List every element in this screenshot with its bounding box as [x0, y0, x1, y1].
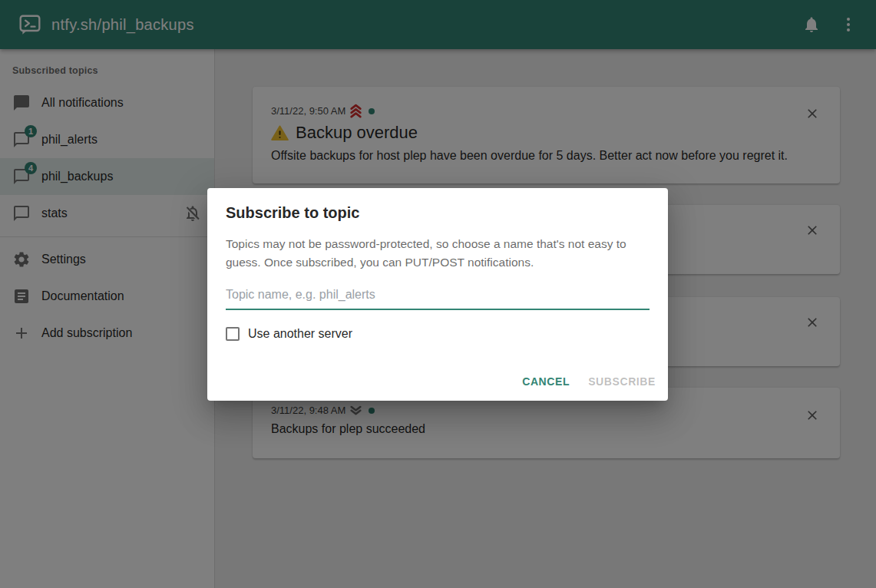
topic-name-input[interactable] — [226, 282, 650, 310]
use-another-server-option[interactable]: Use another server — [226, 327, 650, 341]
subscribe-dialog: Subscribe to topic Topics may not be pas… — [207, 188, 668, 401]
cancel-button[interactable]: CANCEL — [516, 368, 576, 395]
dialog-title: Subscribe to topic — [226, 204, 650, 222]
checkbox-label: Use another server — [248, 327, 352, 341]
subscribe-button[interactable]: SUBSCRIBE — [582, 368, 662, 395]
dialog-description: Topics may not be password-protected, so… — [226, 235, 650, 272]
checkbox-unchecked-icon[interactable] — [226, 327, 240, 341]
